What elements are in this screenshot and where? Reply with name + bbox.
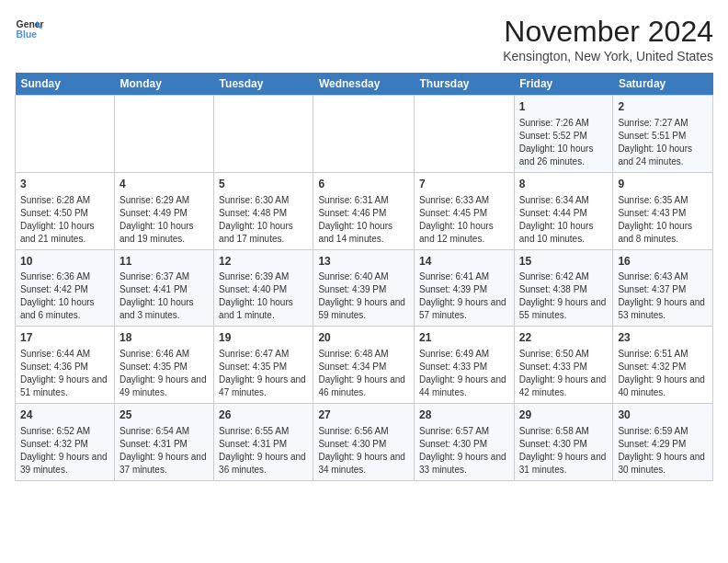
day-number: 26 [219,408,308,423]
calendar-cell: 9Sunrise: 6:35 AM Sunset: 4:43 PM Daylig… [613,172,713,249]
day-info: Sunrise: 6:58 AM Sunset: 4:30 PM Dayligh… [519,425,609,477]
page-header: General Blue November 2024 Kensington, N… [15,15,713,63]
day-info: Sunrise: 6:30 AM Sunset: 4:48 PM Dayligh… [219,194,308,246]
weekday-header-row: SundayMondayTuesdayWednesdayThursdayFrid… [16,73,713,96]
calendar-cell: 15Sunrise: 6:42 AM Sunset: 4:38 PM Dayli… [514,249,613,327]
calendar-cell: 6Sunrise: 6:31 AM Sunset: 4:46 PM Daylig… [313,172,415,249]
day-number: 7 [419,177,509,192]
calendar-week-row: 24Sunrise: 6:52 AM Sunset: 4:32 PM Dayli… [16,404,713,481]
calendar-cell: 5Sunrise: 6:30 AM Sunset: 4:48 PM Daylig… [214,172,313,249]
calendar-week-row: 17Sunrise: 6:44 AM Sunset: 4:36 PM Dayli… [16,327,713,404]
weekday-header-saturday: Saturday [613,73,713,96]
day-info: Sunrise: 6:31 AM Sunset: 4:46 PM Dayligh… [318,194,409,246]
weekday-header-wednesday: Wednesday [313,73,415,96]
day-info: Sunrise: 6:41 AM Sunset: 4:39 PM Dayligh… [419,270,509,322]
day-number: 18 [119,330,209,346]
calendar-cell: 26Sunrise: 6:55 AM Sunset: 4:31 PM Dayli… [214,404,313,481]
day-number: 9 [618,177,708,192]
calendar-cell: 7Sunrise: 6:33 AM Sunset: 4:45 PM Daylig… [415,172,515,249]
calendar-cell: 29Sunrise: 6:58 AM Sunset: 4:30 PM Dayli… [514,404,613,481]
day-info: Sunrise: 6:49 AM Sunset: 4:33 PM Dayligh… [419,348,509,399]
day-info: Sunrise: 6:37 AM Sunset: 4:41 PM Dayligh… [119,270,209,322]
day-number: 14 [419,254,509,270]
calendar-cell: 10Sunrise: 6:36 AM Sunset: 4:42 PM Dayli… [16,249,115,327]
calendar-cell: 28Sunrise: 6:57 AM Sunset: 4:30 PM Dayli… [415,404,515,481]
calendar-cell: 12Sunrise: 6:39 AM Sunset: 4:40 PM Dayli… [214,249,313,327]
calendar-cell: 13Sunrise: 6:40 AM Sunset: 4:39 PM Dayli… [313,249,415,327]
calendar-week-row: 3Sunrise: 6:28 AM Sunset: 4:50 PM Daylig… [16,172,713,249]
day-number: 21 [419,330,509,346]
calendar-cell: 17Sunrise: 6:44 AM Sunset: 4:36 PM Dayli… [16,327,115,404]
day-number: 23 [618,330,708,346]
day-info: Sunrise: 6:50 AM Sunset: 4:33 PM Dayligh… [519,348,609,399]
day-number: 1 [519,99,609,115]
svg-text:General: General [17,19,44,29]
day-number: 2 [618,99,708,115]
svg-text:Blue: Blue [17,29,38,40]
calendar-cell: 4Sunrise: 6:29 AM Sunset: 4:49 PM Daylig… [114,172,213,249]
day-info: Sunrise: 6:28 AM Sunset: 4:50 PM Dayligh… [20,194,109,246]
calendar-title: November 2024 [503,15,713,49]
day-info: Sunrise: 6:36 AM Sunset: 4:42 PM Dayligh… [20,270,109,322]
calendar-cell: 18Sunrise: 6:46 AM Sunset: 4:35 PM Dayli… [114,327,213,404]
day-number: 12 [219,254,308,270]
logo: General Blue [15,15,44,44]
day-number: 29 [519,408,609,423]
day-info: Sunrise: 6:42 AM Sunset: 4:38 PM Dayligh… [519,270,609,322]
calendar-cell: 11Sunrise: 6:37 AM Sunset: 4:41 PM Dayli… [114,249,213,327]
day-number: 17 [20,330,109,346]
day-info: Sunrise: 6:34 AM Sunset: 4:44 PM Dayligh… [519,194,609,246]
day-number: 4 [119,177,209,192]
calendar-cell [114,96,213,173]
title-block: November 2024 Kensington, New York, Unit… [503,15,713,63]
day-info: Sunrise: 6:40 AM Sunset: 4:39 PM Dayligh… [318,270,409,322]
logo-icon: General Blue [15,15,44,44]
weekday-header-monday: Monday [114,73,213,96]
calendar-cell: 22Sunrise: 6:50 AM Sunset: 4:33 PM Dayli… [514,327,613,404]
day-info: Sunrise: 6:56 AM Sunset: 4:30 PM Dayligh… [318,425,409,477]
weekday-header-tuesday: Tuesday [214,73,313,96]
day-number: 6 [318,177,409,192]
calendar-cell [214,96,313,173]
calendar-table: SundayMondayTuesdayWednesdayThursdayFrid… [15,73,713,481]
day-info: Sunrise: 6:55 AM Sunset: 4:31 PM Dayligh… [219,425,308,477]
calendar-subtitle: Kensington, New York, United States [503,49,713,63]
day-number: 11 [119,254,209,270]
day-number: 10 [20,254,109,270]
day-info: Sunrise: 6:43 AM Sunset: 4:37 PM Dayligh… [618,270,708,322]
day-info: Sunrise: 6:47 AM Sunset: 4:35 PM Dayligh… [219,348,308,399]
day-info: Sunrise: 6:39 AM Sunset: 4:40 PM Dayligh… [219,270,308,322]
calendar-cell: 16Sunrise: 6:43 AM Sunset: 4:37 PM Dayli… [613,249,713,327]
day-info: Sunrise: 6:46 AM Sunset: 4:35 PM Dayligh… [119,348,209,399]
day-info: Sunrise: 6:48 AM Sunset: 4:34 PM Dayligh… [318,348,409,399]
day-info: Sunrise: 7:26 AM Sunset: 5:52 PM Dayligh… [519,117,609,168]
weekday-header-thursday: Thursday [415,73,515,96]
day-number: 22 [519,330,609,346]
calendar-cell: 19Sunrise: 6:47 AM Sunset: 4:35 PM Dayli… [214,327,313,404]
day-number: 16 [618,254,708,270]
weekday-header-friday: Friday [514,73,613,96]
calendar-week-row: 10Sunrise: 6:36 AM Sunset: 4:42 PM Dayli… [16,249,713,327]
day-info: Sunrise: 6:51 AM Sunset: 4:32 PM Dayligh… [618,348,708,399]
calendar-cell: 20Sunrise: 6:48 AM Sunset: 4:34 PM Dayli… [313,327,415,404]
calendar-cell [313,96,415,173]
calendar-cell: 30Sunrise: 6:59 AM Sunset: 4:29 PM Dayli… [613,404,713,481]
day-info: Sunrise: 6:35 AM Sunset: 4:43 PM Dayligh… [618,194,708,246]
day-number: 30 [618,408,708,423]
day-info: Sunrise: 6:59 AM Sunset: 4:29 PM Dayligh… [618,425,708,477]
day-number: 27 [318,408,409,423]
day-number: 20 [318,330,409,346]
calendar-cell: 24Sunrise: 6:52 AM Sunset: 4:32 PM Dayli… [16,404,115,481]
day-number: 8 [519,177,609,192]
day-info: Sunrise: 6:57 AM Sunset: 4:30 PM Dayligh… [419,425,509,477]
calendar-header: SundayMondayTuesdayWednesdayThursdayFrid… [16,73,713,96]
calendar-week-row: 1Sunrise: 7:26 AM Sunset: 5:52 PM Daylig… [16,96,713,173]
calendar-cell: 8Sunrise: 6:34 AM Sunset: 4:44 PM Daylig… [514,172,613,249]
day-info: Sunrise: 6:54 AM Sunset: 4:31 PM Dayligh… [119,425,209,477]
calendar-cell: 25Sunrise: 6:54 AM Sunset: 4:31 PM Dayli… [114,404,213,481]
calendar-cell: 1Sunrise: 7:26 AM Sunset: 5:52 PM Daylig… [514,96,613,173]
day-info: Sunrise: 6:44 AM Sunset: 4:36 PM Dayligh… [20,348,109,399]
calendar-cell [16,96,115,173]
calendar-body: 1Sunrise: 7:26 AM Sunset: 5:52 PM Daylig… [16,96,713,481]
calendar-cell: 27Sunrise: 6:56 AM Sunset: 4:30 PM Dayli… [313,404,415,481]
